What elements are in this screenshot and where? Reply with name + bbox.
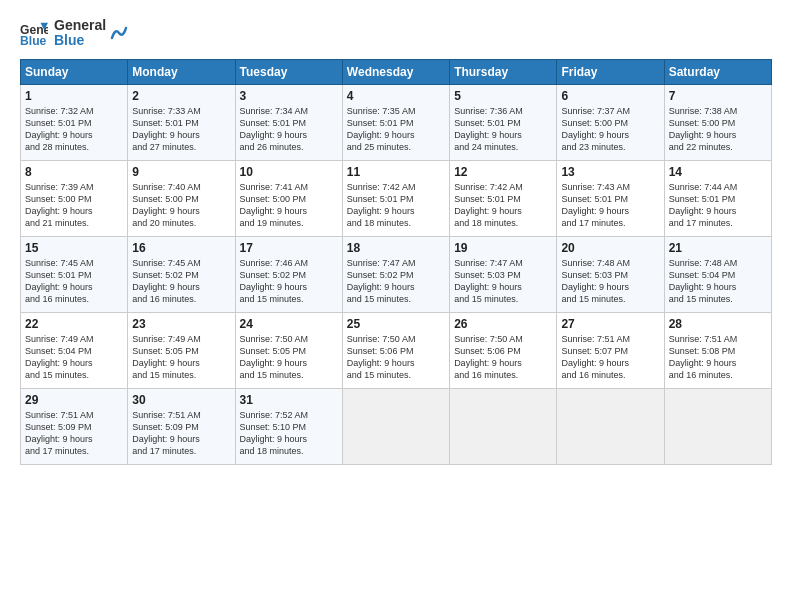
day-number: 31 [240,393,338,407]
calendar-header-saturday: Saturday [664,59,771,84]
calendar-cell: 4Sunrise: 7:35 AMSunset: 5:01 PMDaylight… [342,84,449,160]
calendar-week-1: 1Sunrise: 7:32 AMSunset: 5:01 PMDaylight… [21,84,772,160]
cell-info: Sunrise: 7:42 AMSunset: 5:01 PMDaylight:… [347,181,445,230]
cell-info: Sunrise: 7:38 AMSunset: 5:00 PMDaylight:… [669,105,767,154]
cell-info: Sunrise: 7:51 AMSunset: 5:09 PMDaylight:… [25,409,123,458]
day-number: 21 [669,241,767,255]
cell-info: Sunrise: 7:50 AMSunset: 5:06 PMDaylight:… [454,333,552,382]
calendar-cell [342,388,449,464]
day-number: 14 [669,165,767,179]
cell-info: Sunrise: 7:33 AMSunset: 5:01 PMDaylight:… [132,105,230,154]
day-number: 3 [240,89,338,103]
day-number: 15 [25,241,123,255]
calendar-header-tuesday: Tuesday [235,59,342,84]
logo: General Blue General Blue [20,18,128,49]
calendar-cell [450,388,557,464]
day-number: 24 [240,317,338,331]
calendar-header-thursday: Thursday [450,59,557,84]
calendar-page: General Blue General Blue SundayMondayTu… [0,0,792,612]
cell-info: Sunrise: 7:51 AMSunset: 5:08 PMDaylight:… [669,333,767,382]
day-number: 8 [25,165,123,179]
day-number: 27 [561,317,659,331]
cell-info: Sunrise: 7:40 AMSunset: 5:00 PMDaylight:… [132,181,230,230]
calendar-cell: 30Sunrise: 7:51 AMSunset: 5:09 PMDayligh… [128,388,235,464]
calendar-cell: 3Sunrise: 7:34 AMSunset: 5:01 PMDaylight… [235,84,342,160]
calendar-cell: 18Sunrise: 7:47 AMSunset: 5:02 PMDayligh… [342,236,449,312]
day-number: 28 [669,317,767,331]
calendar-cell: 28Sunrise: 7:51 AMSunset: 5:08 PMDayligh… [664,312,771,388]
cell-info: Sunrise: 7:34 AMSunset: 5:01 PMDaylight:… [240,105,338,154]
calendar-cell: 15Sunrise: 7:45 AMSunset: 5:01 PMDayligh… [21,236,128,312]
cell-info: Sunrise: 7:43 AMSunset: 5:01 PMDaylight:… [561,181,659,230]
calendar-cell: 11Sunrise: 7:42 AMSunset: 5:01 PMDayligh… [342,160,449,236]
day-number: 17 [240,241,338,255]
cell-info: Sunrise: 7:45 AMSunset: 5:01 PMDaylight:… [25,257,123,306]
header: General Blue General Blue [20,18,772,49]
calendar-week-5: 29Sunrise: 7:51 AMSunset: 5:09 PMDayligh… [21,388,772,464]
calendar-cell: 27Sunrise: 7:51 AMSunset: 5:07 PMDayligh… [557,312,664,388]
cell-info: Sunrise: 7:49 AMSunset: 5:04 PMDaylight:… [25,333,123,382]
day-number: 29 [25,393,123,407]
calendar-cell: 20Sunrise: 7:48 AMSunset: 5:03 PMDayligh… [557,236,664,312]
cell-info: Sunrise: 7:45 AMSunset: 5:02 PMDaylight:… [132,257,230,306]
cell-info: Sunrise: 7:48 AMSunset: 5:04 PMDaylight:… [669,257,767,306]
calendar-header-friday: Friday [557,59,664,84]
logo-general: General [54,18,106,33]
cell-info: Sunrise: 7:35 AMSunset: 5:01 PMDaylight:… [347,105,445,154]
calendar-week-3: 15Sunrise: 7:45 AMSunset: 5:01 PMDayligh… [21,236,772,312]
cell-info: Sunrise: 7:39 AMSunset: 5:00 PMDaylight:… [25,181,123,230]
day-number: 18 [347,241,445,255]
day-number: 19 [454,241,552,255]
calendar-week-4: 22Sunrise: 7:49 AMSunset: 5:04 PMDayligh… [21,312,772,388]
calendar-cell: 25Sunrise: 7:50 AMSunset: 5:06 PMDayligh… [342,312,449,388]
calendar-cell: 9Sunrise: 7:40 AMSunset: 5:00 PMDaylight… [128,160,235,236]
calendar-cell: 21Sunrise: 7:48 AMSunset: 5:04 PMDayligh… [664,236,771,312]
calendar-cell: 26Sunrise: 7:50 AMSunset: 5:06 PMDayligh… [450,312,557,388]
calendar-cell: 12Sunrise: 7:42 AMSunset: 5:01 PMDayligh… [450,160,557,236]
day-number: 25 [347,317,445,331]
day-number: 5 [454,89,552,103]
calendar-table: SundayMondayTuesdayWednesdayThursdayFrid… [20,59,772,465]
day-number: 1 [25,89,123,103]
day-number: 12 [454,165,552,179]
cell-info: Sunrise: 7:51 AMSunset: 5:07 PMDaylight:… [561,333,659,382]
day-number: 13 [561,165,659,179]
calendar-cell: 10Sunrise: 7:41 AMSunset: 5:00 PMDayligh… [235,160,342,236]
day-number: 26 [454,317,552,331]
cell-info: Sunrise: 7:41 AMSunset: 5:00 PMDaylight:… [240,181,338,230]
calendar-cell: 31Sunrise: 7:52 AMSunset: 5:10 PMDayligh… [235,388,342,464]
calendar-cell: 6Sunrise: 7:37 AMSunset: 5:00 PMDaylight… [557,84,664,160]
cell-info: Sunrise: 7:52 AMSunset: 5:10 PMDaylight:… [240,409,338,458]
day-number: 4 [347,89,445,103]
day-number: 9 [132,165,230,179]
calendar-header-row: SundayMondayTuesdayWednesdayThursdayFrid… [21,59,772,84]
calendar-body: 1Sunrise: 7:32 AMSunset: 5:01 PMDaylight… [21,84,772,464]
calendar-cell: 29Sunrise: 7:51 AMSunset: 5:09 PMDayligh… [21,388,128,464]
calendar-cell: 23Sunrise: 7:49 AMSunset: 5:05 PMDayligh… [128,312,235,388]
cell-info: Sunrise: 7:42 AMSunset: 5:01 PMDaylight:… [454,181,552,230]
calendar-header-monday: Monday [128,59,235,84]
cell-info: Sunrise: 7:36 AMSunset: 5:01 PMDaylight:… [454,105,552,154]
calendar-cell: 19Sunrise: 7:47 AMSunset: 5:03 PMDayligh… [450,236,557,312]
calendar-cell [664,388,771,464]
calendar-cell: 5Sunrise: 7:36 AMSunset: 5:01 PMDaylight… [450,84,557,160]
logo-wave-icon [110,24,128,42]
day-number: 22 [25,317,123,331]
day-number: 30 [132,393,230,407]
calendar-cell: 1Sunrise: 7:32 AMSunset: 5:01 PMDaylight… [21,84,128,160]
calendar-week-2: 8Sunrise: 7:39 AMSunset: 5:00 PMDaylight… [21,160,772,236]
cell-info: Sunrise: 7:50 AMSunset: 5:05 PMDaylight:… [240,333,338,382]
calendar-cell: 24Sunrise: 7:50 AMSunset: 5:05 PMDayligh… [235,312,342,388]
cell-info: Sunrise: 7:47 AMSunset: 5:03 PMDaylight:… [454,257,552,306]
day-number: 6 [561,89,659,103]
cell-info: Sunrise: 7:47 AMSunset: 5:02 PMDaylight:… [347,257,445,306]
day-number: 23 [132,317,230,331]
calendar-header-sunday: Sunday [21,59,128,84]
day-number: 2 [132,89,230,103]
svg-text:Blue: Blue [20,35,47,48]
cell-info: Sunrise: 7:37 AMSunset: 5:00 PMDaylight:… [561,105,659,154]
logo-icon: General Blue [20,19,48,47]
day-number: 11 [347,165,445,179]
calendar-cell: 17Sunrise: 7:46 AMSunset: 5:02 PMDayligh… [235,236,342,312]
calendar-cell: 16Sunrise: 7:45 AMSunset: 5:02 PMDayligh… [128,236,235,312]
